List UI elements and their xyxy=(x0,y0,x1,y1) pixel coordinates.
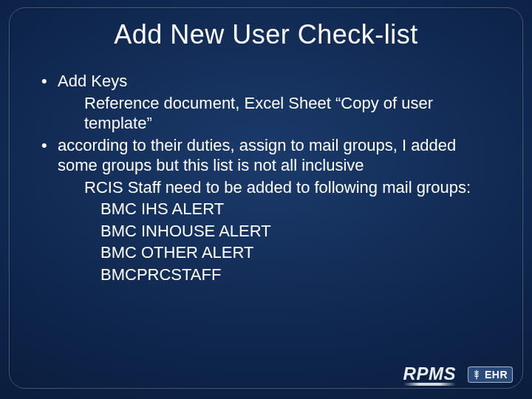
slide: Add New User Check-list Add Keys Referen… xyxy=(0,0,532,399)
ehr-text: EHR xyxy=(485,369,508,381)
bullet-sub2text: BMC INHOUSE ALERT xyxy=(58,221,495,242)
bullet-sub2text: BMCPRCSTAFF xyxy=(58,265,495,285)
caduceus-icon xyxy=(471,369,482,380)
rpms-text: RPMS xyxy=(403,364,456,383)
slide-content: Add Keys Reference document, Excel Sheet… xyxy=(0,50,532,284)
bullet-sub2text: BMC OTHER ALERT xyxy=(58,242,495,263)
bullet-subtext: Reference document, Excel Sheet “Copy of… xyxy=(58,93,495,134)
bullet-sub2text: BMC IHS ALERT xyxy=(58,199,495,219)
footer-logos: RPMS EHR xyxy=(403,364,513,386)
rpms-logo: RPMS xyxy=(403,364,460,386)
bullet-text: Add Keys xyxy=(58,72,127,90)
bullet-item: according to their duties, assign to mai… xyxy=(37,135,495,285)
bullet-subtext: RCIS Staff need to be added to following… xyxy=(58,177,495,198)
bullet-text: according to their duties, assign to mai… xyxy=(58,136,456,175)
bullet-list: Add Keys Reference document, Excel Sheet… xyxy=(37,71,495,284)
bullet-item: Add Keys Reference document, Excel Sheet… xyxy=(37,71,495,134)
ehr-badge: EHR xyxy=(468,366,513,383)
